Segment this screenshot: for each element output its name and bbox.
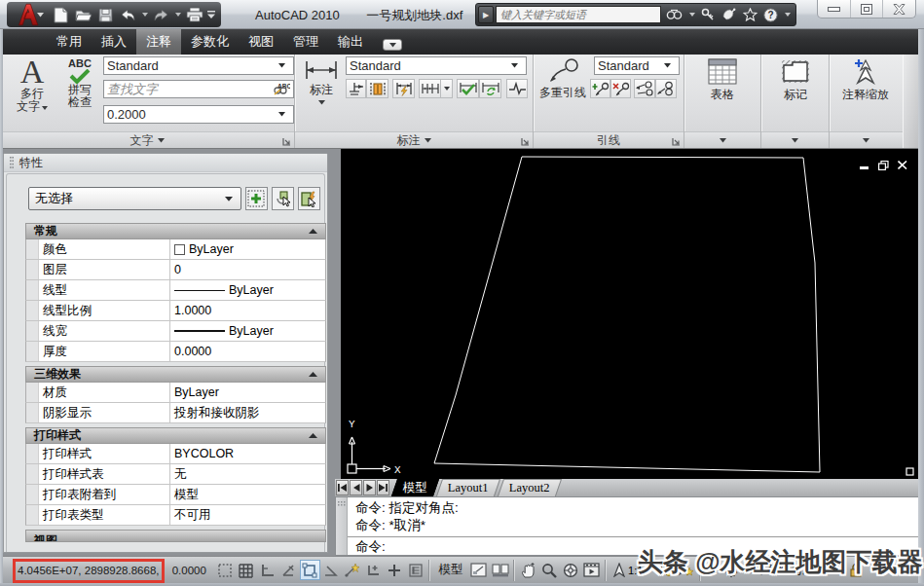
spellcheck-button[interactable]: ABC 拼写 检查 <box>60 58 99 109</box>
table-panel-strip[interactable] <box>684 131 760 148</box>
zoom-button[interactable] <box>539 560 560 580</box>
polar-toggle[interactable] <box>278 560 299 580</box>
search-icon[interactable] <box>666 5 683 24</box>
infocenter-expand-button[interactable]: ▶ <box>478 6 494 23</box>
property-row-plottableattach[interactable]: 打印表附着到 模型 <box>25 485 326 505</box>
add-leader-button[interactable] <box>590 79 610 98</box>
selection-combo[interactable]: 无选择 <box>28 187 241 210</box>
qat-menu-caret-icon[interactable] <box>207 11 215 19</box>
quick-view-drawings-button[interactable] <box>490 560 510 580</box>
communication-center-icon[interactable] <box>721 5 736 24</box>
qat-save-button[interactable] <box>96 5 115 24</box>
quick-select-button[interactable] <box>298 187 320 210</box>
osnap-toggle[interactable] <box>300 560 320 580</box>
properties-palette-titlebar[interactable]: 特性 <box>4 154 327 172</box>
toggle-pickadd-button[interactable] <box>245 187 268 210</box>
section-header-plotstyle[interactable]: 打印样式 <box>25 427 326 444</box>
qat-undo-caret-icon[interactable] <box>141 13 148 17</box>
leader-dialog-launcher-icon[interactable] <box>672 137 681 146</box>
model-space-button[interactable]: 模型 <box>433 560 467 580</box>
command-prompt[interactable]: 命令: <box>355 538 386 556</box>
drawing-canvas[interactable]: Y X <box>341 149 919 479</box>
dim-jogline-button[interactable] <box>506 79 528 98</box>
property-row-material[interactable]: 材质 ByLayer <box>25 383 326 403</box>
leader-panel-strip[interactable]: 引线 <box>534 131 684 148</box>
qat-open-button[interactable] <box>74 5 92 24</box>
tab-layout1[interactable]: Layout1 <box>436 479 500 496</box>
qat-redo-caret-icon[interactable] <box>174 13 181 17</box>
collapse-icon[interactable] <box>309 372 317 378</box>
section-header-general[interactable]: 常规 <box>25 223 326 239</box>
close-button[interactable] <box>882 0 915 18</box>
collect-leaders-button[interactable] <box>655 79 677 98</box>
section-header-view[interactable]: 视图 <box>25 530 326 542</box>
dim-update-button[interactable] <box>479 79 501 98</box>
quick-view-layouts-button[interactable] <box>468 560 489 580</box>
dim-continue-caret[interactable] <box>441 79 453 98</box>
property-row-layer[interactable]: 图层 0 <box>25 260 326 280</box>
ribbon-tab-manage[interactable]: 管理 <box>283 29 328 55</box>
annoscale-panel-strip[interactable] <box>830 131 903 148</box>
showmotion-button[interactable] <box>581 560 602 580</box>
help-icon[interactable]: ? <box>763 5 778 24</box>
ribbon-minimize-toggle[interactable] <box>383 39 402 51</box>
dimension-dialog-launcher-icon[interactable] <box>521 137 530 146</box>
text-style-combo[interactable]: Standard <box>103 56 294 75</box>
viewport-minimize-button[interactable] <box>860 161 869 170</box>
grid-toggle[interactable] <box>237 560 257 580</box>
next-tab-button[interactable] <box>363 480 376 495</box>
ribbon-tab-annotate[interactable]: 注释 <box>136 29 181 55</box>
qat-undo-button[interactable] <box>119 5 137 24</box>
multileader-button[interactable]: 多重引线 <box>536 58 590 99</box>
markup-panel-strip[interactable] <box>761 131 829 148</box>
ribbon-tab-insert[interactable]: 插入 <box>92 29 136 55</box>
qat-plot-button[interactable] <box>185 5 203 24</box>
text-dialog-launcher-icon[interactable] <box>282 137 291 146</box>
section-header-3d[interactable]: 三维效果 <box>25 366 326 383</box>
property-row-lineweight[interactable]: 线宽 ByLayer <box>25 321 326 342</box>
dim-adjust-space-button[interactable] <box>366 79 388 98</box>
table-button[interactable]: 表格 <box>692 58 753 101</box>
help-caret-icon[interactable] <box>785 5 791 24</box>
dim-style-combo[interactable]: Standard <box>346 56 527 75</box>
prev-tab-button[interactable] <box>350 480 362 495</box>
favorites-star-icon[interactable] <box>743 5 758 24</box>
3dosnap-toggle[interactable] <box>321 560 342 580</box>
property-row-plotstyle[interactable]: 打印样式 BYCOLOR <box>25 444 326 464</box>
property-row-plotstyletable[interactable]: 打印样式表 无 <box>25 464 326 485</box>
align-leaders-button[interactable] <box>634 79 655 98</box>
search-caret-icon[interactable] <box>689 5 695 24</box>
viewport-close-button[interactable] <box>898 161 907 170</box>
remove-leader-button[interactable] <box>610 79 631 98</box>
pan-button[interactable] <box>518 560 538 580</box>
text-panel-strip[interactable]: 文字 <box>0 131 294 148</box>
application-menu-button[interactable] <box>7 2 46 27</box>
markup-button[interactable]: 标记 <box>765 58 826 101</box>
minimize-button[interactable] <box>818 0 850 18</box>
property-row-color[interactable]: 颜色 ByLayer <box>25 239 326 260</box>
ribbon-tab-view[interactable]: 视图 <box>239 29 283 55</box>
annoscale-button[interactable]: 注释缩放 <box>834 58 897 101</box>
dyn-toggle[interactable] <box>385 560 405 580</box>
snap-toggle[interactable] <box>215 560 236 580</box>
ribbon-tab-output[interactable]: 输出 <box>328 29 373 55</box>
ortho-toggle[interactable] <box>257 560 277 580</box>
collapse-icon[interactable] <box>309 229 317 235</box>
ribbon-tab-home[interactable]: 常用 <box>47 29 92 55</box>
select-objects-button[interactable] <box>272 187 294 210</box>
command-window-grip[interactable] <box>336 497 348 555</box>
steeringwheel-button[interactable] <box>561 560 581 580</box>
restore-button[interactable] <box>850 0 883 18</box>
property-row-linetype[interactable]: 线型 ByLayer <box>25 280 326 301</box>
property-row-shadow[interactable]: 阴影显示 投射和接收阴影 <box>25 403 326 423</box>
dimension-panel-strip[interactable]: 标注 <box>295 131 533 148</box>
tab-layout2[interactable]: Layout2 <box>498 479 562 496</box>
ribbon-tab-parametric[interactable]: 参数化 <box>181 29 239 55</box>
leader-style-combo[interactable]: Standard <box>594 56 680 75</box>
dim-inspect-button[interactable] <box>457 79 479 98</box>
property-row-plottabletype[interactable]: 打印表类型 不可用 <box>25 505 326 526</box>
mtext-button[interactable]: A 多行 文字 <box>10 56 55 113</box>
find-text-icon[interactable]: ABC <box>273 82 290 96</box>
first-tab-button[interactable] <box>336 480 349 495</box>
dim-break-button[interactable] <box>346 79 366 98</box>
